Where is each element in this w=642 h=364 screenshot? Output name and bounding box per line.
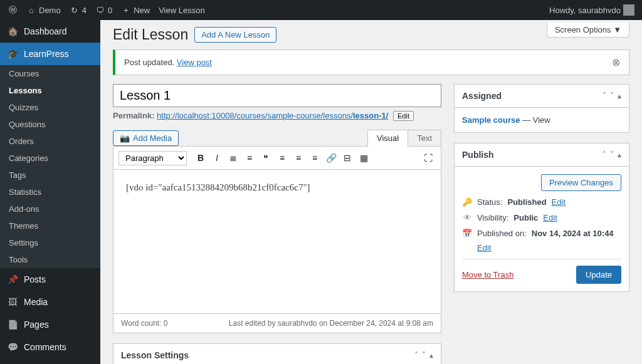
pin-icon: 📌 [6, 273, 19, 286]
menu-media[interactable]: 🖼Media [0, 291, 100, 313]
submenu-themes[interactable]: Themes [0, 217, 100, 234]
page-title: Edit Lesson [113, 26, 188, 43]
home-icon: ⌂ [26, 5, 36, 15]
main-content: Edit Lesson Add A New Lesson Screen Opti… [100, 20, 642, 364]
align-center-button[interactable]: ≡ [291, 150, 306, 165]
submenu-statistics[interactable]: Statistics [0, 184, 100, 200]
edit-date-link[interactable]: Edit [477, 243, 491, 252]
move-down-icon[interactable]: ˅ [422, 351, 426, 360]
edit-permalink-button[interactable]: Edit [393, 111, 414, 121]
menu-appearance[interactable]: 🖌Appearance [0, 358, 100, 364]
submenu-tags[interactable]: Tags [0, 167, 100, 184]
menu-learnpress[interactable]: 🎓LearnPress [0, 43, 100, 65]
toggle-panel-icon[interactable]: ▴ [618, 150, 621, 159]
fullscreen-button[interactable]: ⛶ [421, 150, 436, 165]
menu-pages[interactable]: 📄Pages [0, 313, 100, 336]
lesson-settings-heading: Lesson Settings [121, 350, 189, 360]
media-icon: 🖼 [6, 296, 19, 308]
edit-visibility-link[interactable]: Edit [543, 213, 557, 222]
view-lesson-link[interactable]: View Lesson [159, 6, 204, 15]
format-select[interactable]: Paragraph [118, 151, 187, 165]
move-down-icon[interactable]: ˅ [610, 150, 614, 159]
camera-icon: 📷 [120, 133, 130, 143]
permalink-link[interactable]: http://localhost:10008/courses/sample-co… [157, 111, 388, 120]
cap-icon: 🎓 [6, 48, 19, 60]
menu-posts[interactable]: 📌Posts [0, 268, 100, 291]
updated-notice: Post updated. View post ⊗ [113, 49, 629, 75]
editor-content[interactable]: [vdo id="aafca15132884209b68b21cf0fcac6c… [113, 170, 441, 314]
submenu-tools[interactable]: Tools [0, 251, 100, 268]
page-icon: 📄 [6, 318, 19, 331]
site-name-link[interactable]: ⌂Demo [26, 5, 61, 15]
submenu-addons[interactable]: Add-ons [0, 200, 100, 217]
blockquote-button[interactable]: ❝ [258, 150, 273, 165]
bullet-list-button[interactable]: ≣ [226, 150, 241, 165]
preview-changes-button[interactable]: Preview Changes [541, 174, 621, 191]
align-right-button[interactable]: ≡ [307, 150, 322, 165]
comment-icon: 🗨 [95, 5, 105, 15]
toggle-panel-icon[interactable]: ▴ [618, 91, 621, 100]
permalink-row: Permalink: http://localhost:10008/course… [113, 111, 441, 121]
add-media-button[interactable]: 📷Add Media [113, 130, 179, 146]
lesson-title-input[interactable] [113, 84, 441, 107]
submenu-categories[interactable]: Categories [0, 150, 100, 167]
plus-icon: + [121, 5, 131, 15]
move-up-icon[interactable]: ˄ [603, 150, 606, 159]
update-icon: ↻ [70, 5, 80, 15]
editor-toolbar: Paragraph B I ≣ ≡ ❝ ≡ ≡ ≡ 🔗 ⊟ ▦ ⛶ [113, 146, 441, 170]
submenu-settings[interactable]: Settings [0, 234, 100, 251]
move-up-icon[interactable]: ˄ [603, 91, 606, 100]
tab-visual[interactable]: Visual [367, 130, 408, 147]
submenu-orders[interactable]: Orders [0, 133, 100, 150]
word-count: Word count: 0 [121, 319, 167, 328]
view-post-link[interactable]: View post [177, 58, 212, 67]
new-content-link[interactable]: +New [121, 5, 150, 15]
italic-button[interactable]: I [209, 150, 224, 165]
last-edited: Last edited by saurabhvdo on December 24… [229, 319, 433, 328]
calendar-icon: 📅 [462, 229, 472, 238]
admin-sidebar: 🏠Dashboard 🎓LearnPress Courses Lessons Q… [0, 20, 100, 364]
comments-link[interactable]: 🗨0 [95, 5, 112, 15]
admin-toolbar: ⓦ ⌂Demo ↻4 🗨0 +New View Lesson Howdy, sa… [0, 0, 642, 20]
align-left-button[interactable]: ≡ [275, 150, 290, 165]
add-new-lesson-button[interactable]: Add A New Lesson [194, 27, 276, 43]
move-to-trash-link[interactable]: Move to Trash [462, 270, 513, 279]
menu-dashboard[interactable]: 🏠Dashboard [0, 20, 100, 43]
bold-button[interactable]: B [193, 150, 208, 165]
eye-icon: 👁 [462, 213, 472, 222]
toggle-panel-icon[interactable]: ▴ [429, 351, 433, 360]
learnpress-submenu: Courses Lessons Quizzes Questions Orders… [0, 65, 100, 268]
submenu-questions[interactable]: Questions [0, 116, 100, 133]
submenu-quizzes[interactable]: Quizzes [0, 99, 100, 116]
numbered-list-button[interactable]: ≡ [242, 150, 257, 165]
gauge-icon: 🏠 [6, 25, 19, 38]
edit-status-link[interactable]: Edit [552, 197, 566, 207]
comment-icon: 💬 [6, 341, 19, 353]
dismiss-notice-button[interactable]: ⊗ [612, 56, 620, 68]
move-down-icon[interactable]: ˅ [610, 91, 614, 100]
key-icon: 🔑 [462, 197, 472, 207]
tab-text[interactable]: Text [408, 130, 441, 147]
update-button[interactable]: Update [576, 266, 621, 284]
submenu-lessons[interactable]: Lessons [0, 82, 100, 99]
publish-heading: Publish [462, 150, 494, 160]
readmore-button[interactable]: ⊟ [340, 150, 355, 165]
toolbar-toggle-button[interactable]: ▦ [356, 150, 371, 165]
assigned-heading: Assigned [462, 91, 502, 101]
menu-comments[interactable]: 💬Comments [0, 336, 100, 358]
link-button[interactable]: 🔗 [324, 150, 339, 165]
updates-link[interactable]: ↻4 [70, 5, 87, 15]
screen-options-toggle[interactable]: Screen Options ▼ [547, 23, 629, 38]
howdy-account[interactable]: Howdy, saurabhvdo [549, 4, 634, 16]
assigned-course-link[interactable]: Sample course [462, 115, 520, 125]
wp-logo[interactable]: ⓦ [8, 5, 18, 15]
avatar [623, 4, 634, 16]
submenu-courses[interactable]: Courses [0, 65, 100, 82]
move-up-icon[interactable]: ˄ [414, 351, 418, 360]
